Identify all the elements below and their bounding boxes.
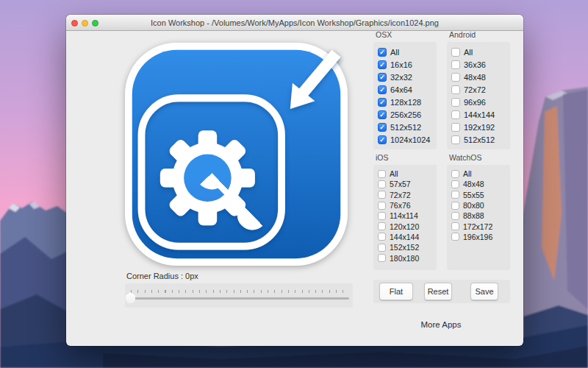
checkbox-ios-76x76[interactable] bbox=[378, 202, 386, 210]
checkbox-row-android-36x36: 36x36 bbox=[451, 58, 507, 71]
checkbox-row-osx-32x32: 32x32 bbox=[378, 71, 434, 83]
checkbox-label: 48x48 bbox=[463, 180, 484, 188]
checkbox-ios-120x120[interactable] bbox=[378, 222, 386, 230]
checkbox-row-ios-152x152: 152x152 bbox=[378, 242, 434, 252]
checkbox-label: 152x152 bbox=[390, 243, 419, 252]
checkbox-label: 512x512 bbox=[390, 123, 421, 132]
checkbox-row-ios-76x76: 76x76 bbox=[378, 200, 434, 210]
checkbox-android-48x48[interactable] bbox=[451, 73, 460, 82]
checkbox-row-osx-512x512: 512x512 bbox=[378, 121, 434, 133]
checkbox-ios-all[interactable] bbox=[378, 170, 386, 178]
checkbox-android-144x144[interactable] bbox=[451, 110, 460, 119]
save-button[interactable]: Save bbox=[470, 283, 498, 300]
checkbox-label: 64x64 bbox=[390, 85, 412, 94]
minimize-button[interactable] bbox=[82, 20, 88, 26]
checkbox-android-36x36[interactable] bbox=[451, 60, 460, 69]
checkbox-label: 32x32 bbox=[390, 73, 412, 82]
panel-ios: All57x5772x7276x76114x114120x120144x1441… bbox=[373, 165, 437, 270]
checkbox-label: 114x114 bbox=[390, 211, 418, 220]
more-apps-button[interactable]: More Apps bbox=[404, 320, 478, 329]
checkbox-android-72x72[interactable] bbox=[451, 85, 460, 94]
checkbox-watchos-55x55[interactable] bbox=[451, 191, 459, 199]
checkbox-ios-180x180[interactable] bbox=[378, 254, 386, 262]
checkbox-label: 16x16 bbox=[390, 60, 412, 69]
checkbox-label: 144x144 bbox=[390, 233, 419, 241]
checkbox-row-osx-16x16: 16x16 bbox=[378, 58, 434, 71]
checkbox-ios-152x152[interactable] bbox=[378, 244, 386, 252]
checkbox-osx-16x16[interactable] bbox=[378, 60, 387, 69]
window-titlebar[interactable]: Icon Workshop - /Volumes/Work/MyApps/Ico… bbox=[66, 15, 523, 31]
checkbox-row-android-all: All bbox=[451, 46, 507, 58]
checkbox-android-192x192[interactable] bbox=[451, 123, 460, 132]
checkbox-row-android-72x72: 72x72 bbox=[451, 83, 507, 96]
icon-preview bbox=[125, 43, 348, 266]
checkbox-watchos-48x48[interactable] bbox=[451, 180, 459, 188]
checkbox-label: 57x57 bbox=[390, 180, 411, 188]
checkbox-label: 96x96 bbox=[464, 98, 486, 107]
checkbox-row-android-96x96: 96x96 bbox=[451, 96, 507, 108]
checkbox-osx-256x256[interactable] bbox=[378, 110, 387, 119]
checkbox-android-all[interactable] bbox=[451, 48, 460, 57]
reset-button[interactable]: Reset bbox=[424, 283, 452, 300]
checkbox-label: 512x512 bbox=[464, 135, 495, 144]
checkbox-label: 144x144 bbox=[464, 110, 495, 119]
group-title-android: Android bbox=[449, 30, 510, 40]
checkbox-osx-1024x1024[interactable] bbox=[378, 135, 387, 144]
checkbox-osx-32x32[interactable] bbox=[378, 73, 387, 82]
checkbox-row-watchos-196x196: 196x196 bbox=[451, 232, 507, 242]
slider-track[interactable] bbox=[130, 297, 349, 300]
window-title: Icon Workshop - /Volumes/Work/MyApps/Ico… bbox=[110, 15, 479, 31]
checkbox-row-osx-1024x1024: 1024x1024 bbox=[378, 133, 434, 146]
actions-strip: Flat Reset Save bbox=[373, 280, 510, 303]
checkbox-row-osx-128x128: 128x128 bbox=[378, 96, 434, 108]
checkbox-row-android-144x144: 144x144 bbox=[451, 108, 507, 121]
checkbox-osx-all[interactable] bbox=[378, 48, 387, 57]
corner-radius-slider[interactable] bbox=[125, 283, 353, 308]
group-watchos: WatchOS All48x4855x5580x8088x88172x17219… bbox=[447, 153, 510, 270]
slider-knob[interactable] bbox=[126, 292, 135, 303]
checkbox-watchos-80x80[interactable] bbox=[451, 202, 459, 210]
corner-radius-label: Corner Radius : 0px bbox=[126, 272, 198, 280]
checkbox-row-ios-180x180: 180x180 bbox=[378, 252, 434, 263]
group-title-osx: OSX bbox=[376, 30, 437, 40]
checkbox-row-ios-144x144: 144x144 bbox=[378, 232, 434, 242]
checkbox-watchos-all[interactable] bbox=[451, 170, 459, 178]
checkbox-android-512x512[interactable] bbox=[451, 135, 460, 144]
checkbox-label: 120x120 bbox=[390, 222, 419, 231]
checkbox-watchos-196x196[interactable] bbox=[451, 233, 459, 241]
zoom-button[interactable] bbox=[92, 20, 98, 26]
checkbox-android-96x96[interactable] bbox=[451, 98, 460, 107]
checkbox-label: 192x192 bbox=[464, 123, 495, 132]
group-title-ios: iOS bbox=[376, 153, 437, 163]
checkbox-label: 72x72 bbox=[464, 85, 486, 94]
checkbox-osx-512x512[interactable] bbox=[378, 123, 387, 132]
group-osx: OSX All16x1632x3264x64128x128256x256512x… bbox=[373, 30, 437, 149]
checkbox-osx-64x64[interactable] bbox=[378, 85, 387, 94]
checkbox-row-watchos-172x172: 172x172 bbox=[451, 221, 507, 231]
checkbox-row-ios-72x72: 72x72 bbox=[378, 190, 434, 200]
checkbox-label: 128x128 bbox=[390, 98, 421, 107]
flat-button[interactable]: Flat bbox=[379, 283, 413, 300]
checkbox-label: 256x256 bbox=[390, 110, 421, 119]
checkbox-ios-144x144[interactable] bbox=[378, 233, 386, 241]
checkbox-osx-128x128[interactable] bbox=[378, 98, 387, 107]
checkbox-label: 48x48 bbox=[464, 73, 486, 82]
checkbox-watchos-172x172[interactable] bbox=[451, 222, 459, 230]
checkbox-row-osx-256x256: 256x256 bbox=[378, 108, 434, 121]
checkbox-ios-114x114[interactable] bbox=[378, 212, 386, 220]
panel-osx: All16x1632x3264x64128x128256x256512x5121… bbox=[373, 42, 437, 149]
checkbox-row-ios-114x114: 114x114 bbox=[378, 210, 434, 221]
checkbox-row-watchos-88x88: 88x88 bbox=[451, 210, 507, 221]
checkbox-watchos-88x88[interactable] bbox=[451, 212, 459, 220]
checkbox-label: 172x172 bbox=[463, 222, 492, 231]
checkbox-row-osx-all: All bbox=[378, 46, 434, 58]
close-button[interactable] bbox=[71, 20, 78, 26]
checkbox-row-ios-57x57: 57x57 bbox=[378, 179, 434, 189]
checkbox-label: All bbox=[390, 169, 398, 178]
checkbox-ios-57x57[interactable] bbox=[378, 180, 386, 188]
panel-android: All36x3648x4872x7296x96144x144192x192512… bbox=[447, 42, 510, 149]
checkbox-row-watchos-all: All bbox=[451, 169, 507, 179]
checkbox-label: 196x196 bbox=[463, 233, 492, 241]
group-title-watchos: WatchOS bbox=[449, 153, 510, 163]
checkbox-ios-72x72[interactable] bbox=[378, 191, 386, 199]
